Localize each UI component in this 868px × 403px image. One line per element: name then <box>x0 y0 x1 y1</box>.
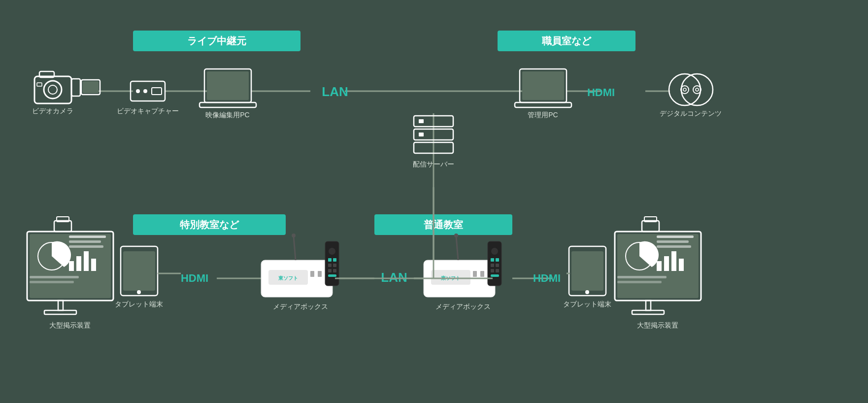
svg-rect-72 <box>69 240 101 243</box>
svg-text:HDMI: HDMI <box>587 86 615 99</box>
svg-text:大型掲示装置: 大型掲示装置 <box>637 321 678 329</box>
svg-point-94 <box>329 248 335 255</box>
svg-point-124 <box>585 290 589 294</box>
svg-text:デジタルコンテンツ: デジタルコンテンツ <box>660 109 722 117</box>
svg-text:メディアボックス: メディアボックス <box>435 302 491 310</box>
svg-rect-99 <box>328 269 332 272</box>
svg-rect-82 <box>123 251 155 291</box>
diagram-container: ライブ中継元 職員室など 特別教室など 普通教室 <box>0 0 868 403</box>
svg-rect-40 <box>207 71 249 100</box>
svg-point-92 <box>292 234 296 237</box>
svg-text:LAN: LAN <box>381 270 407 285</box>
svg-rect-48 <box>419 133 424 136</box>
svg-text:タブレット端末: タブレット端末 <box>115 300 163 308</box>
svg-rect-117 <box>491 269 494 272</box>
svg-rect-98 <box>333 264 336 267</box>
svg-text:職員室など: 職員室など <box>541 35 592 46</box>
svg-text:ビデオキャプチャー: ビデオキャプチャー <box>117 107 179 115</box>
svg-rect-46 <box>419 119 424 123</box>
svg-rect-108 <box>480 271 484 277</box>
svg-rect-136 <box>617 276 667 278</box>
svg-rect-96 <box>333 258 336 262</box>
svg-text:HDMI: HDMI <box>533 272 561 284</box>
svg-rect-107 <box>473 271 477 277</box>
svg-point-35 <box>136 89 140 93</box>
svg-rect-134 <box>657 240 689 243</box>
svg-text:東ソフト: 東ソフト <box>278 275 298 281</box>
svg-rect-95 <box>328 258 332 262</box>
svg-rect-135 <box>657 245 691 248</box>
svg-rect-130 <box>664 256 669 271</box>
svg-text:大型掲示装置: 大型掲示装置 <box>49 321 91 329</box>
svg-rect-113 <box>491 258 494 262</box>
svg-rect-100 <box>333 269 336 272</box>
svg-text:タブレット端末: タブレット端末 <box>563 300 611 308</box>
svg-text:普通教室: 普通教室 <box>424 219 463 230</box>
svg-rect-70 <box>91 259 96 271</box>
svg-text:HDMI: HDMI <box>181 272 208 284</box>
svg-text:特別教室など: 特別教室など <box>179 219 239 230</box>
svg-rect-74 <box>30 276 79 278</box>
svg-text:ライブ中継元: ライブ中継元 <box>187 35 246 46</box>
svg-text:ビデオカメラ: ビデオカメラ <box>32 107 73 115</box>
svg-rect-115 <box>491 264 494 267</box>
svg-rect-33 <box>83 81 99 93</box>
svg-rect-133 <box>657 235 694 238</box>
svg-rect-137 <box>617 281 662 283</box>
svg-rect-67 <box>69 261 74 271</box>
svg-point-62 <box>696 88 699 91</box>
svg-rect-69 <box>84 251 89 271</box>
svg-rect-129 <box>657 261 662 271</box>
svg-rect-73 <box>69 245 103 248</box>
svg-text:映像編集用PC: 映像編集用PC <box>205 111 249 119</box>
svg-rect-131 <box>671 251 676 271</box>
svg-rect-97 <box>328 264 332 267</box>
svg-rect-71 <box>69 235 106 238</box>
svg-point-110 <box>454 234 458 237</box>
svg-rect-119 <box>491 274 499 277</box>
svg-rect-90 <box>318 271 322 277</box>
svg-rect-75 <box>30 281 74 283</box>
svg-point-36 <box>143 89 147 93</box>
svg-point-112 <box>491 248 498 255</box>
svg-point-83 <box>137 290 141 294</box>
svg-text:管理用PC: 管理用PC <box>528 111 558 119</box>
svg-rect-118 <box>496 269 499 272</box>
svg-point-59 <box>683 88 686 91</box>
svg-rect-123 <box>571 251 603 291</box>
svg-text:配信サーバー: 配信サーバー <box>413 160 454 168</box>
svg-rect-114 <box>496 258 499 262</box>
svg-rect-116 <box>496 264 499 267</box>
svg-text:メディアボックス: メディアボックス <box>273 302 328 310</box>
svg-rect-101 <box>328 274 336 277</box>
svg-rect-89 <box>310 271 314 277</box>
svg-rect-52 <box>522 71 564 100</box>
svg-text:LAN: LAN <box>322 84 348 99</box>
svg-rect-132 <box>679 259 684 271</box>
svg-rect-68 <box>76 256 81 271</box>
